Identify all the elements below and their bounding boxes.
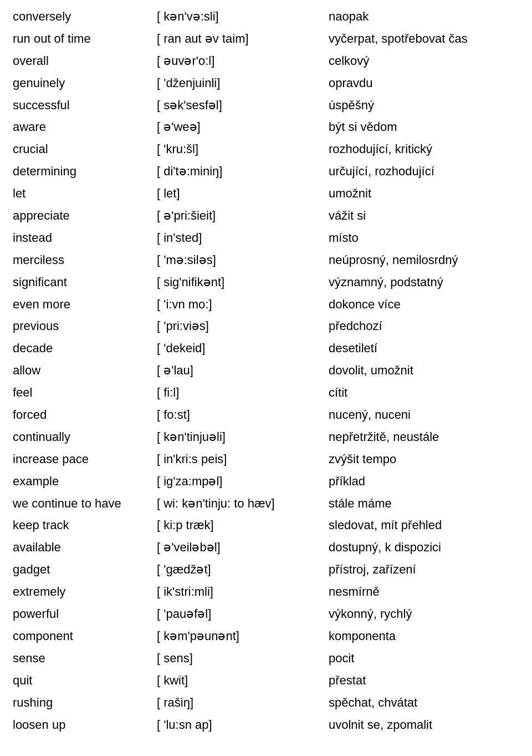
- translation-cell: příklad: [324, 470, 524, 493]
- translation-cell: celkový: [324, 50, 524, 72]
- table-row: decade[ 'dekeid]desetiletí: [8, 337, 524, 359]
- phonetic-cell: [ 'kru:šl]: [152, 138, 324, 160]
- table-row: powerful[ 'pauəfəl]výkonný, rychlý: [8, 603, 524, 625]
- word-cell: even more: [8, 293, 152, 316]
- word-cell: overall: [8, 50, 152, 72]
- word-cell: successful: [8, 94, 152, 116]
- phonetic-cell: [ ig'za:mpəl]: [152, 470, 324, 493]
- phonetic-cell: [ in'kri:s peis]: [152, 448, 324, 470]
- table-row: continually[ kən'tinjuəli]nepřetržitě, n…: [8, 426, 524, 448]
- phonetic-cell: [ 'gædžət]: [152, 559, 324, 581]
- phonetic-cell: [ 'pri:viəs]: [152, 315, 324, 337]
- translation-cell: vyčerpat, spotřebovat čas: [324, 28, 524, 50]
- table-row: instead[ in'sted]místo: [8, 227, 524, 249]
- translation-cell: přestat: [324, 669, 524, 692]
- table-row: determining[ di'tə:miniŋ]určující, rozho…: [8, 160, 524, 182]
- word-cell: conversely: [8, 6, 152, 28]
- phonetic-cell: [ 'i:vn mo:]: [152, 293, 324, 316]
- table-row: extremely[ ik'stri:mli]nesmírně: [8, 581, 524, 603]
- translation-cell: výkonný, rychlý: [324, 603, 524, 625]
- word-cell: aware: [8, 116, 152, 138]
- translation-cell: být si vědom: [324, 116, 524, 138]
- phonetic-cell: [ əuvər'o:l]: [152, 50, 324, 72]
- phonetic-cell: [ ə'weə]: [152, 116, 324, 138]
- translation-cell: úspěšný: [324, 94, 524, 116]
- translation-cell: dovolit, umožnit: [324, 359, 524, 382]
- table-row: genuinely[ 'dženjuinli]opravdu: [8, 72, 524, 94]
- phonetic-cell: [ 'lu:sn ap]: [152, 714, 324, 736]
- translation-cell: stále máme: [324, 493, 524, 515]
- phonetic-cell: [ sens]: [152, 647, 324, 669]
- phonetic-cell: [ ik'stri:mli]: [152, 581, 324, 603]
- phonetic-cell: [ rašiŋ]: [152, 692, 324, 714]
- table-row: available[ ə'veiləbəl]dostupný, k dispoz…: [8, 536, 524, 559]
- phonetic-cell: [ ki:p træk]: [152, 514, 324, 536]
- translation-cell: opravdu: [324, 72, 524, 94]
- table-row: let[ let]umožnit: [8, 182, 524, 205]
- vocabulary-table: conversely[ kən'və:sli]naopakrun out of …: [8, 6, 524, 735]
- word-cell: appreciate: [8, 205, 152, 227]
- word-cell: instead: [8, 227, 152, 249]
- table-row: component[ kəm'pəunənt]komponenta: [8, 625, 524, 647]
- word-cell: increase pace: [8, 448, 152, 470]
- table-row: sense[ sens]pocit: [8, 647, 524, 669]
- word-cell: allow: [8, 359, 152, 382]
- table-row: we continue to have[ wi: kən'tinju: to h…: [8, 493, 524, 515]
- table-row: previous[ 'pri:viəs]předchozí: [8, 315, 524, 337]
- table-row: aware[ ə'weə]být si vědom: [8, 116, 524, 138]
- phonetic-cell: [ in'sted]: [152, 227, 324, 249]
- table-row: successful[ sək'sesfəl]úspěšný: [8, 94, 524, 116]
- word-cell: crucial: [8, 138, 152, 160]
- translation-cell: spěchat, chvátat: [324, 692, 524, 714]
- phonetic-cell: [ 'mə:siləs]: [152, 249, 324, 271]
- word-cell: we continue to have: [8, 493, 152, 515]
- word-cell: let: [8, 182, 152, 205]
- table-row: allow[ ə'lau]dovolit, umožnit: [8, 359, 524, 382]
- translation-cell: nepřetržitě, neustále: [324, 426, 524, 448]
- phonetic-cell: [ ə'pri:šieit]: [152, 205, 324, 227]
- table-row: feel[ fi:l]cítit: [8, 382, 524, 404]
- phonetic-cell: [ fo:st]: [152, 404, 324, 426]
- word-cell: available: [8, 536, 152, 559]
- word-cell: powerful: [8, 603, 152, 625]
- word-cell: significant: [8, 271, 152, 293]
- phonetic-cell: [ ə'lau]: [152, 359, 324, 382]
- table-row: significant[ sig'nifikənt]významný, pods…: [8, 271, 524, 293]
- phonetic-cell: [ di'tə:miniŋ]: [152, 160, 324, 182]
- translation-cell: vážit si: [324, 205, 524, 227]
- word-cell: previous: [8, 315, 152, 337]
- translation-cell: cítit: [324, 382, 524, 404]
- table-row: loosen up[ 'lu:sn ap]uvolnit se, zpomali…: [8, 714, 524, 736]
- table-row: crucial[ 'kru:šl]rozhodující, kritický: [8, 138, 524, 160]
- phonetic-cell: [ 'dženjuinli]: [152, 72, 324, 94]
- word-cell: feel: [8, 382, 152, 404]
- phonetic-cell: [ sig'nifikənt]: [152, 271, 324, 293]
- translation-cell: přístroj, zařízení: [324, 559, 524, 581]
- phonetic-cell: [ ə'veiləbəl]: [152, 536, 324, 559]
- word-cell: component: [8, 625, 152, 647]
- word-cell: keep track: [8, 514, 152, 536]
- word-cell: sense: [8, 647, 152, 669]
- word-cell: run out of time: [8, 28, 152, 50]
- translation-cell: rozhodující, kritický: [324, 138, 524, 160]
- translation-cell: nesmírně: [324, 581, 524, 603]
- translation-cell: předchozí: [324, 315, 524, 337]
- phonetic-cell: [ fi:l]: [152, 382, 324, 404]
- table-row: run out of time[ ran aut əv taim]vyčerpa…: [8, 28, 524, 50]
- table-row: forced[ fo:st]nucený, nuceni: [8, 404, 524, 426]
- translation-cell: komponenta: [324, 625, 524, 647]
- translation-cell: naopak: [324, 6, 524, 28]
- phonetic-cell: [ kwit]: [152, 669, 324, 692]
- phonetic-cell: [ kən'və:sli]: [152, 6, 324, 28]
- word-cell: extremely: [8, 581, 152, 603]
- phonetic-cell: [ sək'sesfəl]: [152, 94, 324, 116]
- word-cell: quit: [8, 669, 152, 692]
- phonetic-cell: [ 'pauəfəl]: [152, 603, 324, 625]
- translation-cell: neúprosný, nemilosrdný: [324, 249, 524, 271]
- phonetic-cell: [ wi: kən'tinju: to hæv]: [152, 493, 324, 515]
- table-row: merciless[ 'mə:siləs]neúprosný, nemilosr…: [8, 249, 524, 271]
- table-row: keep track[ ki:p træk]sledovat, mít přeh…: [8, 514, 524, 536]
- translation-cell: významný, podstatný: [324, 271, 524, 293]
- table-row: even more[ 'i:vn mo:]dokonce více: [8, 293, 524, 316]
- translation-cell: dostupný, k dispozici: [324, 536, 524, 559]
